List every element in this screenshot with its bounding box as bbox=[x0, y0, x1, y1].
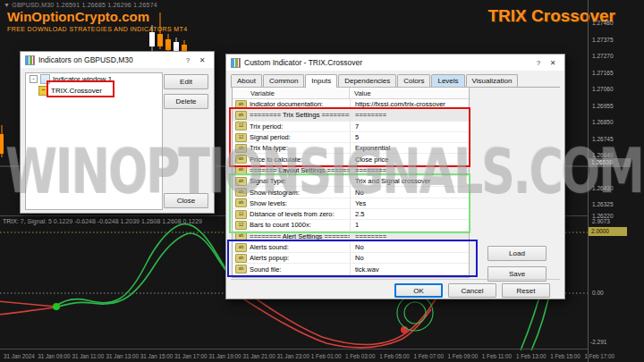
time-label: 31 Jan 2024 bbox=[4, 353, 35, 359]
tab-inputs[interactable]: Inputs bbox=[305, 74, 337, 88]
price-label: 1.26325 bbox=[592, 201, 614, 207]
tree-node-indicator[interactable]: ~ TRIX.Crossover bbox=[26, 85, 162, 97]
param-table-body: abIndicator documentation:https://fxssi.… bbox=[233, 99, 469, 275]
help-button[interactable]: ? bbox=[531, 57, 546, 68]
param-row[interactable]: abTrix Ma type:Exponential bbox=[233, 143, 469, 154]
param-row[interactable]: abAlerts popup:No bbox=[233, 253, 469, 264]
symbol-info-bar[interactable]: ▼ GBPUSD,M30 1.26591 1.26685 1.26296 1.2… bbox=[4, 2, 157, 8]
close-icon[interactable]: ✕ bbox=[546, 57, 560, 68]
param-row[interactable]: 12Trix period:7 bbox=[233, 122, 469, 132]
indicators-dialog: Indicators on GBPUSD,M30 ? ✕ - Indicator… bbox=[20, 51, 215, 214]
subwindow-max-label: 2.9073 bbox=[592, 218, 610, 224]
param-value[interactable]: Yes bbox=[350, 198, 469, 208]
param-value[interactable]: No bbox=[350, 187, 469, 197]
param-type-icon: ab bbox=[235, 254, 247, 263]
price-label: 1.27375 bbox=[592, 37, 614, 43]
edit-button[interactable]: Edit bbox=[164, 74, 208, 89]
close-icon[interactable]: ✕ bbox=[195, 55, 209, 65]
tab-levels[interactable]: Levels bbox=[431, 74, 464, 87]
time-label: 1 Feb 09:00 bbox=[448, 353, 479, 359]
param-value[interactable]: tick.wav bbox=[350, 264, 469, 274]
param-type-icon: ab bbox=[235, 155, 247, 164]
help-button[interactable]: ? bbox=[181, 55, 195, 65]
indicators-dialog-titlebar[interactable]: Indicators on GBPUSD,M30 ? ✕ bbox=[21, 52, 214, 68]
param-row[interactable]: ab======== Alert Settings ==============… bbox=[233, 232, 469, 242]
param-value[interactable]: 1 bbox=[350, 220, 469, 230]
param-row[interactable]: abPrice to calculate:Close price bbox=[233, 154, 469, 164]
price-label: 1.26220 bbox=[592, 213, 614, 219]
param-name: Sound file: bbox=[250, 265, 350, 274]
parameters-table[interactable]: Variable Value abIndicator documentation… bbox=[232, 87, 470, 278]
param-row[interactable]: ab======== Trix Settings ===============… bbox=[233, 110, 469, 121]
indicator-values-label: TRIX: 7, Signal: 5 0.1229 -0.6248 -0.624… bbox=[3, 218, 202, 224]
tab-visualization[interactable]: Visualization bbox=[466, 74, 519, 87]
button-row-divider bbox=[231, 279, 560, 280]
tree-node-window[interactable]: - Indicator window 1 bbox=[26, 73, 162, 85]
param-value[interactable]: ======== bbox=[350, 110, 469, 120]
price-label: 1.26430 bbox=[592, 185, 614, 191]
param-value[interactable]: 2.5 bbox=[350, 209, 469, 219]
time-label: 1 Feb 01:00 bbox=[311, 353, 342, 359]
custom-dialog-titlebar[interactable]: Custom Indicator - TRIX.Crossover ? ✕ bbox=[226, 55, 564, 71]
time-label: 31 Jan 17:00 bbox=[174, 353, 207, 359]
time-label: 31 Jan 09:00 bbox=[38, 353, 70, 359]
load-button[interactable]: Load bbox=[487, 246, 547, 261]
cancel-button[interactable]: Cancel bbox=[448, 283, 496, 298]
param-value[interactable]: Exponential bbox=[350, 143, 469, 153]
price-label: 1.27480 bbox=[592, 20, 614, 26]
tab-colors[interactable]: Colors bbox=[397, 74, 430, 87]
param-type-icon: ab bbox=[235, 265, 247, 274]
param-name: Distance of levels from zero: bbox=[250, 210, 350, 218]
param-value[interactable]: https://fxssi.com/trix-crossover bbox=[350, 99, 469, 109]
delete-button[interactable]: Delete bbox=[164, 94, 208, 109]
param-type-icon: ab bbox=[235, 111, 247, 120]
param-name: Price to calculate: bbox=[250, 156, 350, 164]
param-type-icon: ab bbox=[235, 144, 247, 153]
time-label: 31 Jan 11:00 bbox=[72, 353, 104, 359]
param-value[interactable]: 7 bbox=[350, 122, 469, 131]
custom-dialog-title: Custom Indicator - TRIX.Crossover bbox=[244, 58, 531, 67]
tab-about[interactable]: About bbox=[231, 74, 262, 87]
param-row[interactable]: abSignal Type:Trix and Signal crossover bbox=[233, 176, 469, 187]
tree-expander-icon[interactable]: - bbox=[30, 75, 38, 83]
param-row[interactable]: abShow histogram:No bbox=[233, 187, 469, 198]
price-label: 1.27060 bbox=[592, 86, 614, 92]
param-name: Show histogram: bbox=[250, 189, 350, 197]
param-row[interactable]: 12Bars to count 1000x:1 bbox=[233, 220, 469, 231]
param-row[interactable]: 12Distance of levels from zero:2.5 bbox=[233, 209, 469, 220]
param-name: Show levels: bbox=[250, 199, 350, 207]
symbol-ohlc-text: GBPUSD,M30 1.26591 1.26685 1.26296 1.265… bbox=[12, 2, 157, 8]
indicator-list[interactable]: - Indicator window 1 ~ TRIX.Crossover bbox=[25, 72, 163, 210]
buy-signal-dot bbox=[53, 303, 60, 310]
param-row[interactable]: abAlerts sound:No bbox=[233, 242, 469, 253]
mt4-chart-window: ▼ GBPUSD,M30 1.26591 1.26685 1.26296 1.2… bbox=[0, 0, 644, 362]
param-value[interactable]: No bbox=[350, 242, 469, 252]
ok-button[interactable]: OK bbox=[394, 283, 443, 298]
brand-link[interactable]: WinOptionCrypto.com bbox=[7, 9, 149, 24]
tab-common[interactable]: Common bbox=[263, 74, 304, 87]
candlestick-cluster-top bbox=[149, 13, 187, 54]
param-value[interactable]: 5 bbox=[350, 132, 469, 142]
param-row[interactable]: abIndicator documentation:https://fxssi.… bbox=[233, 99, 469, 110]
time-label: 1 Feb 13:00 bbox=[516, 353, 547, 359]
custom-dialog-icon bbox=[231, 58, 241, 68]
param-value[interactable]: ======== bbox=[350, 165, 469, 175]
param-row[interactable]: abShow levels:Yes bbox=[233, 198, 469, 209]
param-value[interactable]: Trix and Signal crossover bbox=[350, 176, 469, 186]
price-scale[interactable]: 1.26536 2.9073 2.0000 0.00 -2.291 1.2748… bbox=[589, 0, 644, 362]
param-value[interactable]: Close price bbox=[350, 154, 469, 164]
subwindow-zero-label: 0.00 bbox=[592, 290, 604, 296]
param-value[interactable]: No bbox=[350, 253, 469, 263]
param-row[interactable]: ab======= Layout Settings ==============… bbox=[233, 165, 469, 176]
param-value[interactable]: ======== bbox=[350, 232, 469, 241]
param-name: ======== Alert Settings ======== bbox=[250, 232, 350, 240]
time-label: 1 Feb 05:00 bbox=[379, 353, 410, 359]
param-row[interactable]: abSound file:tick.wav bbox=[233, 264, 469, 274]
close-button[interactable]: Close bbox=[164, 193, 208, 208]
param-row[interactable]: 12Signal period:5 bbox=[233, 132, 469, 143]
param-name: ======= Layout Settings ======= bbox=[250, 166, 350, 174]
time-axis[interactable]: 31 Jan 202431 Jan 09:0031 Jan 11:0031 Ja… bbox=[0, 349, 589, 362]
tab-dependencies[interactable]: Dependencies bbox=[338, 74, 396, 87]
param-name: Indicator documentation: bbox=[250, 100, 350, 108]
reset-button[interactable]: Reset bbox=[502, 283, 550, 298]
